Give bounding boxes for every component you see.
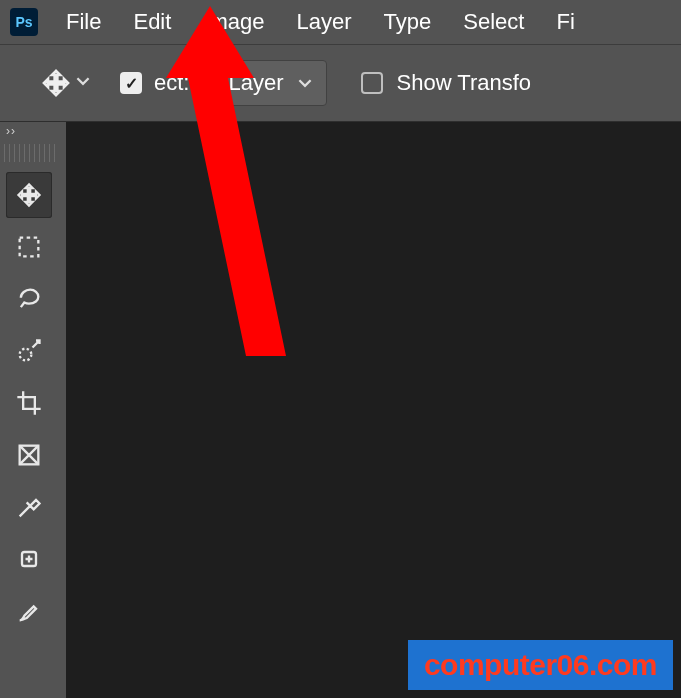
quick-selection-tool[interactable]	[6, 328, 52, 374]
svg-point-1	[20, 349, 32, 361]
tool-strip	[6, 172, 58, 634]
ruler-corner	[4, 144, 58, 162]
menu-filter-truncated[interactable]: Fi	[556, 9, 574, 35]
auto-select-checkbox[interactable]: ✓	[120, 72, 142, 94]
menu-image[interactable]: Image	[203, 9, 264, 35]
show-transform-label: Show Transfo	[397, 70, 532, 96]
app-root: Ps File Edit Image Layer Type Select Fi …	[0, 0, 681, 698]
watermark-text: computer06.com	[424, 648, 657, 681]
menu-layer[interactable]: Layer	[297, 9, 352, 35]
move-tool[interactable]	[6, 172, 52, 218]
auto-select-dropdown-value: Layer	[228, 70, 283, 96]
menu-edit[interactable]: Edit	[133, 9, 171, 35]
tool-preset-chevron-down-icon[interactable]	[76, 74, 90, 92]
frame-tool[interactable]	[6, 432, 52, 478]
app-logo-text: Ps	[15, 14, 32, 30]
healing-brush-tool[interactable]	[6, 536, 52, 582]
menu-type[interactable]: Type	[384, 9, 432, 35]
watermark: computer06.com	[408, 640, 673, 690]
menu-select[interactable]: Select	[463, 9, 524, 35]
rectangular-marquee-tool[interactable]	[6, 224, 52, 270]
auto-select-label-suffix: ect:	[154, 70, 189, 96]
left-column: ››	[0, 122, 67, 698]
panel-collapse-handle-icon[interactable]: ››	[6, 124, 16, 138]
tool-preset-move-icon[interactable]	[40, 67, 72, 99]
lasso-tool[interactable]	[6, 276, 52, 322]
show-transform-checkbox[interactable]	[361, 72, 383, 94]
menu-file[interactable]: File	[66, 9, 101, 35]
brush-tool[interactable]	[6, 588, 52, 634]
chevron-down-icon	[298, 76, 312, 90]
document-canvas[interactable]	[66, 122, 681, 698]
svg-rect-0	[20, 238, 39, 257]
options-bar: ✓ ect: Layer Show Transfo	[0, 44, 681, 122]
menu-bar: Ps File Edit Image Layer Type Select Fi	[0, 0, 681, 44]
auto-select-dropdown[interactable]: Layer	[213, 60, 326, 106]
eyedropper-tool[interactable]	[6, 484, 52, 530]
crop-tool[interactable]	[6, 380, 52, 426]
app-logo-icon[interactable]: Ps	[10, 8, 38, 36]
